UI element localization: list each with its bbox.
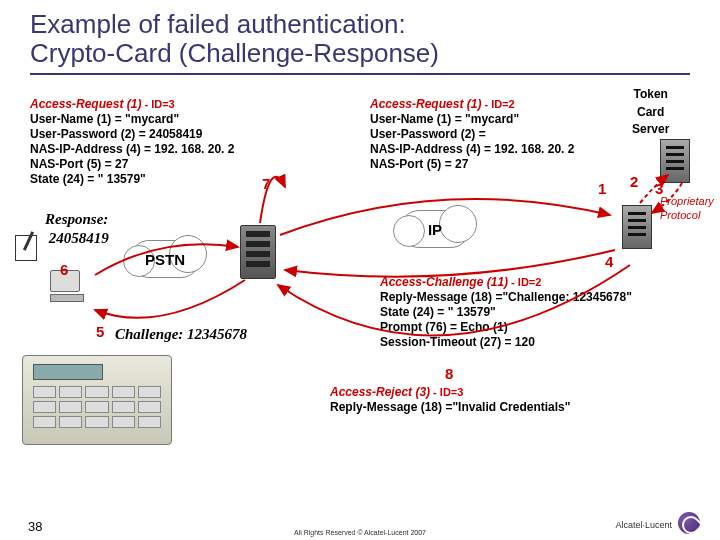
response-block: Response: 24058419 xyxy=(45,210,109,248)
access-reject: Access-Reject (3) - ID=3 Reply-Message (… xyxy=(330,385,570,415)
brand-text: Alcatel·Lucent xyxy=(615,520,672,530)
chal-l2: State (24) = " 13579" xyxy=(380,305,496,319)
slide-title: Example of failed authentication: Crypto… xyxy=(0,0,720,71)
step-4: 4 xyxy=(605,253,613,270)
req2-l4: NAS-Port (5) = 27 xyxy=(370,157,468,171)
copyright: All Rights Reserved © Alcatel-Lucent 200… xyxy=(0,529,720,536)
proprietary-l1: Proprietary xyxy=(660,195,714,207)
title-line-2: Crypto-Card (Challenge-Response) xyxy=(30,38,439,68)
step-2: 2 xyxy=(630,173,638,190)
card-label: Card xyxy=(637,105,664,119)
proprietary-l2: Protocol xyxy=(660,209,700,221)
diagram-canvas: Access-Request (1) - ID=3 User-Name (1) … xyxy=(0,75,720,495)
req1-id: - ID=3 xyxy=(141,98,174,110)
chal-header: Access-Challenge (11) xyxy=(380,275,508,289)
token-server-icon xyxy=(660,139,690,183)
access-challenge: Access-Challenge (11) - ID=2 Reply-Messa… xyxy=(380,275,632,350)
chal-l1: Reply-Message (18) ="Challenge: 12345678… xyxy=(380,290,632,304)
chal-l4: Session-Timeout (27) = 120 xyxy=(380,335,535,349)
step-6: 6 xyxy=(60,261,68,278)
challenge-label: Challenge: 12345678 xyxy=(115,326,247,342)
brand-logo-icon xyxy=(678,512,700,534)
token-server-label: Token Card Server xyxy=(632,85,669,138)
server-label: Server xyxy=(632,122,669,136)
chal-id: - ID=2 xyxy=(508,276,541,288)
rej-l1: Reply-Message (18) ="Invalid Credentials… xyxy=(330,400,570,414)
req1-header: Access-Request (1) xyxy=(30,97,141,111)
access-request-right: Access-Request (1) - ID=2 User-Name (1) … xyxy=(370,97,574,172)
req1-l4: NAS-Port (5) = 27 xyxy=(30,157,128,171)
response-label: Response: xyxy=(45,211,108,227)
pstn-cloud: PSTN xyxy=(130,240,200,278)
rej-id: - ID=3 xyxy=(430,386,463,398)
ip-cloud: IP xyxy=(400,210,470,248)
crypto-card-icon xyxy=(22,355,172,445)
step-1: 1 xyxy=(598,180,606,197)
chal-l3: Prompt (76) = Echo (1) xyxy=(380,320,508,334)
token-label: Token xyxy=(633,87,667,101)
step-8: 8 xyxy=(445,365,453,382)
title-line-1: Example of failed authentication: xyxy=(30,9,406,39)
rej-header: Access-Reject (3) xyxy=(330,385,430,399)
req2-id: - ID=2 xyxy=(481,98,514,110)
proprietary-protocol: Proprietary Protocol xyxy=(660,195,714,223)
req1-l2: User-Password (2) = 24058419 xyxy=(30,127,202,141)
req1-l3: NAS-IP-Address (4) = 192. 168. 20. 2 xyxy=(30,142,234,156)
challenge-caption: Challenge: 12345678 xyxy=(115,325,247,344)
radius-server-icon xyxy=(622,205,652,249)
req2-l1: User-Name (1) = "mycard" xyxy=(370,112,519,126)
req2-header: Access-Request (1) xyxy=(370,97,481,111)
pc-icon xyxy=(50,270,90,310)
nas-icon xyxy=(240,225,276,279)
response-value: 24058419 xyxy=(49,230,109,246)
step-3: 3 xyxy=(655,180,663,197)
req2-l3: NAS-IP-Address (4) = 192. 168. 20. 2 xyxy=(370,142,574,156)
req2-l2: User-Password (2) = xyxy=(370,127,486,141)
access-request-left: Access-Request (1) - ID=3 User-Name (1) … xyxy=(30,97,234,187)
pstn-label: PSTN xyxy=(131,241,199,279)
step-5: 5 xyxy=(96,323,104,340)
req1-l1: User-Name (1) = "mycard" xyxy=(30,112,179,126)
req1-l5: State (24) = " 13579" xyxy=(30,172,146,186)
writing-hand-icon xyxy=(15,235,45,265)
ip-label: IP xyxy=(401,211,469,249)
step-7: 7 xyxy=(262,175,270,192)
